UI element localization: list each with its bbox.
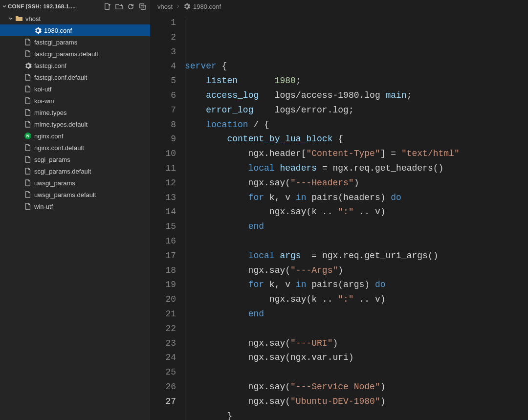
refresh-icon[interactable] — [127, 2, 134, 10]
line-number: 12 — [151, 176, 176, 191]
code-line[interactable]: ngx.say(k .. ":" .. v) — [185, 205, 528, 220]
line-number: 13 — [151, 191, 176, 205]
line-number: 1 — [151, 16, 176, 30]
code-line[interactable]: ngx.say("Ubuntu-DEV-1980") — [185, 395, 528, 409]
line-number: 10 — [151, 147, 176, 161]
code-line[interactable]: } — [185, 409, 528, 420]
code-line[interactable] — [185, 234, 528, 249]
tree-item-label: 1980.conf — [44, 27, 72, 34]
line-number: 18 — [151, 264, 176, 278]
tree-file[interactable]: uwsgi_params — [0, 177, 150, 189]
gear-icon — [23, 62, 32, 69]
tree-file[interactable]: Nnginx.conf — [0, 130, 150, 142]
breadcrumb-segment[interactable]: vhost — [157, 3, 173, 10]
tree-file[interactable]: fastcgi.conf — [0, 60, 150, 71]
code-line[interactable]: ngx.say(k .. ":" .. v) — [185, 292, 528, 307]
tree-file[interactable]: fastcgi_params.default — [0, 48, 150, 60]
breadcrumb-segment[interactable]: 1980.conf — [183, 3, 221, 10]
tree-file[interactable]: fastcgi_params — [0, 36, 150, 48]
folder-open-icon — [15, 15, 23, 22]
tree-item-label: nginx.conf — [34, 133, 63, 140]
line-number: 9 — [151, 132, 176, 147]
code-line[interactable]: for k, v in pairs(headers) do — [185, 191, 528, 205]
file-tree: vhost1980.conffastcgi_paramsfastcgi_para… — [0, 13, 150, 420]
line-number: 8 — [151, 118, 176, 133]
new-file-icon[interactable] — [103, 2, 111, 10]
line-number: 17 — [151, 249, 176, 264]
tree-folder[interactable]: vhost — [0, 13, 150, 24]
code-line[interactable]: content_by_lua_block { — [185, 132, 528, 147]
code-line[interactable]: ngx.header["Content-Type"] = "text/html" — [185, 147, 528, 161]
collapse-all-icon[interactable] — [138, 2, 146, 10]
line-number: 20 — [151, 292, 176, 307]
line-number: 27 — [151, 395, 176, 409]
line-number: 23 — [151, 336, 176, 351]
tree-file[interactable]: 1980.conf — [0, 24, 150, 36]
code-line[interactable]: for k, v in pairs(args) do — [185, 278, 528, 292]
breadcrumb-label: vhost — [157, 3, 173, 10]
editor-pane: vhost 1980.conf 123456789101112131415161… — [151, 0, 528, 420]
tree-file[interactable]: mime.types.default — [0, 118, 150, 130]
tree-item-label: uwsgi_params — [34, 179, 75, 187]
code-line[interactable]: location / { — [185, 118, 528, 133]
tree-file[interactable]: scgi_params.default — [0, 165, 150, 177]
line-number: 11 — [151, 161, 176, 176]
explorer-title: CONF [SSH: 192.168.1.... — [8, 3, 76, 9]
chevron-down-icon — [1, 3, 8, 9]
file-icon — [23, 144, 32, 151]
tree-file[interactable]: fastcgi.conf.default — [0, 71, 150, 83]
tree-file[interactable]: scgi_params — [0, 154, 150, 165]
file-icon — [23, 39, 32, 45]
code-line[interactable]: error_log logs/error.log; — [185, 103, 528, 118]
code-line[interactable]: local args = ngx.req.get_uri_args() — [185, 249, 528, 264]
file-icon — [23, 50, 32, 57]
line-gutter: 1234567891011121314151617181920212223242… — [151, 13, 185, 420]
explorer-sidebar: CONF [SSH: 192.168.1.... vhost1980.conff… — [0, 0, 151, 420]
tree-file[interactable]: koi-utf — [0, 83, 150, 95]
code-line[interactable]: ngx.say("---Args") — [185, 264, 528, 278]
line-number: 26 — [151, 380, 176, 395]
line-number: 15 — [151, 220, 176, 234]
tree-item-label: fastcgi.conf.default — [34, 74, 87, 81]
file-icon — [23, 203, 32, 210]
code-line[interactable]: ngx.say("---Service Node") — [185, 380, 528, 395]
code-line[interactable]: server { — [185, 59, 528, 74]
tree-item-label: win-utf — [34, 203, 53, 210]
tree-file[interactable]: mime.types — [0, 107, 150, 118]
code-line[interactable]: end — [185, 220, 528, 234]
line-number: 5 — [151, 74, 176, 88]
line-number: 6 — [151, 88, 176, 103]
code-line[interactable] — [185, 365, 528, 380]
line-number: 19 — [151, 278, 176, 292]
code-line[interactable]: listen 1980; — [185, 74, 528, 88]
tree-item-label: fastcgi.conf — [34, 62, 66, 69]
tree-file[interactable]: nginx.conf.default — [0, 142, 150, 154]
line-number: 14 — [151, 205, 176, 220]
code-area[interactable]: 1234567891011121314151617181920212223242… — [151, 13, 528, 420]
tree-item-label: mime.types — [34, 109, 66, 116]
app-root: CONF [SSH: 192.168.1.... vhost1980.conff… — [0, 0, 528, 420]
line-number: 21 — [151, 307, 176, 322]
tree-item-label: vhost — [25, 15, 41, 22]
code-line[interactable] — [185, 322, 528, 336]
code-line[interactable]: access_log logs/access-1980.log main; — [185, 88, 528, 103]
tree-file[interactable]: uwsgi_params.default — [0, 189, 150, 200]
code-line[interactable]: local headers = ngx.req.get_headers() — [185, 161, 528, 176]
line-number: 7 — [151, 103, 176, 118]
tree-file[interactable]: win-utf — [0, 200, 150, 212]
code-line[interactable]: ngx.say("---Headers") — [185, 176, 528, 191]
code-line[interactable]: end — [185, 307, 528, 322]
tree-item-label: koi-win — [34, 97, 54, 105]
tree-item-label: fastcgi_params — [34, 39, 77, 46]
code-line[interactable]: ngx.say(ngx.var.uri) — [185, 351, 528, 365]
breadcrumb-separator-icon — [176, 4, 180, 9]
file-icon — [23, 109, 32, 116]
tree-item-label: nginx.conf.default — [34, 144, 84, 152]
tree-file[interactable]: koi-win — [0, 95, 150, 107]
breadcrumb[interactable]: vhost 1980.conf — [151, 0, 528, 13]
breadcrumb-label: 1980.conf — [193, 3, 221, 10]
new-folder-icon[interactable] — [115, 2, 123, 10]
code-content[interactable]: server { listen 1980; access_log logs/ac… — [185, 13, 528, 420]
explorer-header[interactable]: CONF [SSH: 192.168.1.... — [0, 0, 150, 13]
code-line[interactable]: ngx.say("---URI") — [185, 336, 528, 351]
